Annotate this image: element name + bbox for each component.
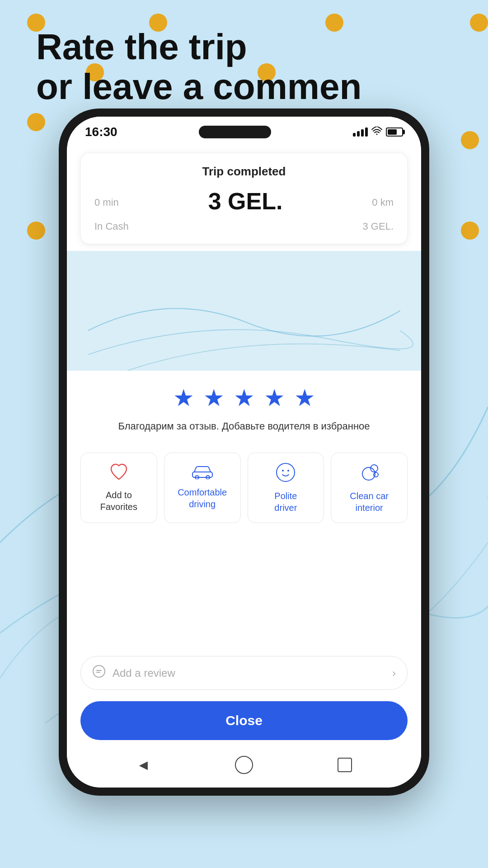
- svg-point-6: [287, 470, 289, 472]
- map-area: [67, 251, 421, 371]
- status-time: 16:30: [85, 125, 117, 139]
- review-icon: [92, 665, 106, 681]
- bottom-nav: ◄: [67, 749, 421, 788]
- star-1[interactable]: ★: [173, 384, 194, 411]
- close-button[interactable]: Close: [80, 701, 408, 740]
- trip-card: Trip completed 0 min 3 GEL. 0 km In Cash…: [80, 153, 408, 244]
- signal-icon: [353, 127, 368, 137]
- svg-point-4: [277, 463, 295, 481]
- svg-point-7: [362, 467, 375, 480]
- smile-icon: [275, 462, 296, 485]
- phone-screen: 16:30: [67, 117, 421, 788]
- review-chevron-icon: ›: [392, 667, 396, 679]
- bubbles-icon: [359, 462, 380, 485]
- comfortable-driving-option[interactable]: Comfortabledriving: [164, 453, 241, 523]
- heart-icon: [109, 462, 129, 484]
- recents-button[interactable]: [338, 758, 352, 772]
- review-placeholder: Add a review: [113, 667, 385, 679]
- status-icons: [353, 127, 403, 138]
- back-button[interactable]: ◄: [136, 757, 150, 774]
- header-line2: or leave a commen: [36, 67, 361, 107]
- phone-frame: 16:30: [59, 108, 429, 796]
- svg-point-10: [93, 665, 105, 677]
- star-4[interactable]: ★: [264, 384, 285, 411]
- comfortable-driving-label: Comfortabledriving: [178, 486, 227, 510]
- trip-payment-amount: 3 GEL.: [363, 221, 394, 232]
- car-icon: [191, 462, 214, 481]
- trip-payment-method: In Cash: [94, 221, 129, 232]
- trip-amount: 3 GEL.: [208, 188, 283, 215]
- polite-driver-option[interactable]: Politedriver: [248, 453, 324, 523]
- polite-driver-label: Politedriver: [274, 490, 297, 514]
- svg-point-5: [282, 470, 284, 472]
- trip-title: Trip completed: [94, 165, 394, 179]
- review-section: Add a review ›: [67, 651, 421, 699]
- star-3[interactable]: ★: [234, 384, 255, 411]
- trip-distance: 0 km: [372, 197, 394, 208]
- spacer: [67, 532, 421, 652]
- rating-section: ★ ★ ★ ★ ★ Благодарим за отзыв. Добавьте …: [67, 371, 421, 453]
- home-button[interactable]: [235, 756, 253, 774]
- trip-duration: 0 min: [94, 197, 119, 208]
- favorites-label: Add toFavorites: [100, 489, 137, 513]
- notch: [199, 126, 271, 138]
- svg-point-0: [376, 133, 378, 135]
- trip-stats-row: 0 min 3 GEL. 0 km: [94, 188, 394, 217]
- header-text: Rate the trip or leave a commen: [36, 27, 361, 107]
- svg-point-9: [374, 472, 378, 477]
- clean-car-label: Clean carinterior: [350, 490, 389, 514]
- trip-payment-row: In Cash 3 GEL.: [94, 221, 394, 232]
- options-row: Add toFavorites Comfortabledriving: [67, 453, 421, 532]
- clean-car-option[interactable]: Clean carinterior: [331, 453, 408, 523]
- favorites-option[interactable]: Add toFavorites: [80, 453, 157, 523]
- status-bar: 16:30: [67, 117, 421, 144]
- header-line1: Rate the trip: [36, 27, 361, 67]
- stars-row: ★ ★ ★ ★ ★: [80, 384, 408, 411]
- rating-subtitle: Благодарим за отзыв. Добавьте водителя в…: [80, 420, 408, 432]
- battery-icon: [386, 127, 403, 137]
- wifi-icon: [371, 127, 382, 138]
- star-2[interactable]: ★: [203, 384, 225, 411]
- review-input[interactable]: Add a review ›: [80, 656, 408, 690]
- star-5[interactable]: ★: [294, 384, 315, 411]
